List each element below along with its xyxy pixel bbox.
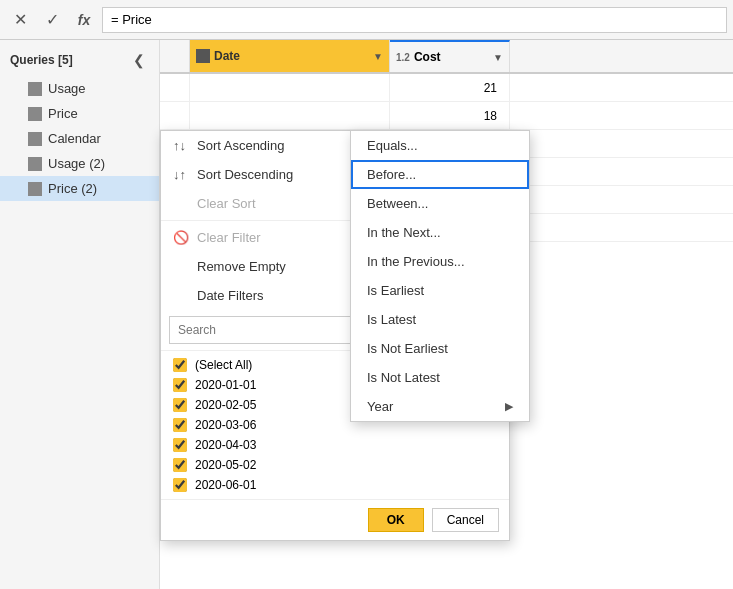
sidebar-item-label: Calendar	[48, 131, 101, 146]
submenu-item-label: Year	[367, 399, 393, 414]
sidebar-item-calendar[interactable]: Calendar	[0, 126, 159, 151]
sort-asc-icon: ↑↓	[173, 138, 186, 153]
cancel-button[interactable]: Cancel	[432, 508, 499, 532]
fx-button[interactable]: fx	[70, 6, 98, 34]
sidebar-item-price[interactable]: Price	[0, 101, 159, 126]
menu-item-label: Date Filters	[197, 288, 263, 303]
checkbox-input-date4[interactable]	[173, 438, 187, 452]
sidebar-item-usage[interactable]: Usage	[0, 76, 159, 101]
date-cell	[190, 74, 390, 101]
checkbox-input-date3[interactable]	[173, 418, 187, 432]
checkbox-input-date5[interactable]	[173, 458, 187, 472]
date-cell	[190, 102, 390, 129]
checkbox-label: 2020-03-06	[195, 418, 256, 432]
cost-cell: 18	[390, 102, 510, 129]
menu-item-label: Clear Filter	[197, 230, 261, 245]
checkbox-input-select-all[interactable]	[173, 358, 187, 372]
submenu-item-is-earliest[interactable]: Is Earliest	[351, 276, 529, 305]
row-index	[160, 102, 190, 129]
sort-desc-icon: ↓↑	[173, 167, 186, 182]
checkbox-label: 2020-02-05	[195, 398, 256, 412]
submenu-item-label: Equals...	[367, 138, 418, 153]
row-index-header	[160, 40, 190, 72]
formula-bar: ✕ ✓ fx	[0, 0, 733, 40]
cost-cell: 21	[390, 74, 510, 101]
submenu-item-is-latest[interactable]: Is Latest	[351, 305, 529, 334]
submenu-item-in-prev[interactable]: In the Previous...	[351, 247, 529, 276]
sidebar-item-label: Price	[48, 106, 78, 121]
submenu-item-before[interactable]: Before...	[351, 160, 529, 189]
table-icon	[28, 107, 42, 121]
table-icon	[28, 182, 42, 196]
submenu-item-label: In the Next...	[367, 225, 441, 240]
sidebar-title: Queries [5]	[10, 53, 73, 67]
menu-item-label: Sort Ascending	[197, 138, 284, 153]
checkbox-label: 2020-06-01	[195, 478, 256, 492]
submenu-arrow-icon: ▶	[505, 400, 513, 413]
menu-item-label: Remove Empty	[197, 259, 286, 274]
date-column-header[interactable]: Date ▼	[190, 40, 390, 72]
sidebar-items-list: UsagePriceCalendarUsage (2)Price (2)	[0, 76, 159, 201]
date-type-icon	[196, 49, 210, 63]
cost-type-icon: 1.2	[396, 52, 410, 63]
fx-icon: fx	[78, 12, 90, 28]
submenu-item-between[interactable]: Between...	[351, 189, 529, 218]
cancel-formula-button[interactable]: ✕	[6, 6, 34, 34]
submenu-item-label: Is Latest	[367, 312, 416, 327]
cancel-icon: ✕	[14, 10, 27, 29]
checkbox-item-date5[interactable]: 2020-05-02	[169, 455, 501, 475]
sidebar-item-usage2[interactable]: Usage (2)	[0, 151, 159, 176]
checkbox-item-date4[interactable]: 2020-04-03	[169, 435, 501, 455]
formula-input[interactable]	[102, 7, 727, 33]
submenu-item-label: Is Not Earliest	[367, 341, 448, 356]
date-column-label: Date	[214, 49, 240, 63]
sidebar-item-label: Price (2)	[48, 181, 97, 196]
sidebar-item-price2[interactable]: Price (2)	[0, 176, 159, 201]
menu-footer: OK Cancel	[161, 499, 509, 540]
cost-column-label: Cost	[414, 50, 441, 64]
table-icon	[28, 132, 42, 146]
submenu-item-year[interactable]: Year▶	[351, 392, 529, 421]
menu-item-label: Sort Descending	[197, 167, 293, 182]
checkbox-label: 2020-05-02	[195, 458, 256, 472]
checkbox-input-date6[interactable]	[173, 478, 187, 492]
confirm-icon: ✓	[46, 10, 59, 29]
table-row: 18	[160, 102, 733, 130]
sidebar-collapse-button[interactable]: ❮	[129, 50, 149, 70]
date-column-dropdown-button[interactable]: ▼	[373, 51, 383, 62]
clear-filter-icon: 🚫	[173, 230, 189, 245]
submenu-item-is-not-earliest[interactable]: Is Not Earliest	[351, 334, 529, 363]
cost-column-dropdown-button[interactable]: ▼	[493, 52, 503, 63]
sidebar-item-label: Usage	[48, 81, 86, 96]
sidebar-item-label: Usage (2)	[48, 156, 105, 171]
submenu-item-in-next[interactable]: In the Next...	[351, 218, 529, 247]
submenu-item-label: Between...	[367, 196, 428, 211]
row-index	[160, 74, 190, 101]
column-headers: Date ▼ 1.2 Cost ▼	[160, 40, 733, 74]
checkbox-input-date2[interactable]	[173, 398, 187, 412]
submenu-item-equals[interactable]: Equals...	[351, 131, 529, 160]
checkbox-label: 2020-04-03	[195, 438, 256, 452]
checkbox-label: (Select All)	[195, 358, 252, 372]
sidebar: Queries [5] ❮ UsagePriceCalendarUsage (2…	[0, 40, 160, 589]
table-row: 21	[160, 74, 733, 102]
submenu-item-label: Before...	[367, 167, 416, 182]
submenu-item-is-not-latest[interactable]: Is Not Latest	[351, 363, 529, 392]
submenu-item-label: In the Previous...	[367, 254, 465, 269]
cost-column-header[interactable]: 1.2 Cost ▼	[390, 40, 510, 72]
submenu-item-label: Is Earliest	[367, 283, 424, 298]
confirm-formula-button[interactable]: ✓	[38, 6, 66, 34]
menu-item-label: Clear Sort	[197, 196, 256, 211]
ok-button[interactable]: OK	[368, 508, 424, 532]
submenu: Equals...Before...Between...In the Next.…	[350, 130, 530, 422]
sidebar-header: Queries [5] ❮	[0, 44, 159, 76]
table-icon	[28, 82, 42, 96]
checkbox-item-date6[interactable]: 2020-06-01	[169, 475, 501, 495]
submenu-item-label: Is Not Latest	[367, 370, 440, 385]
checkbox-label: 2020-01-01	[195, 378, 256, 392]
checkbox-input-date1[interactable]	[173, 378, 187, 392]
table-icon	[28, 157, 42, 171]
collapse-icon: ❮	[133, 52, 145, 68]
